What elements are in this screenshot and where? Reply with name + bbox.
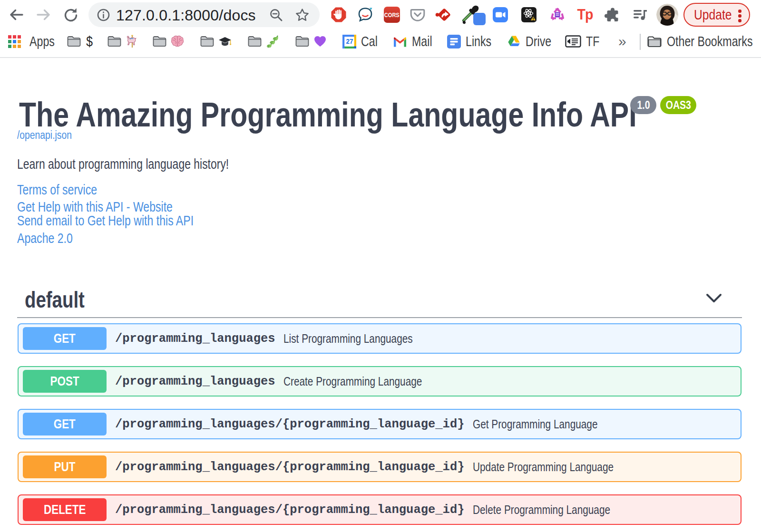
dollar-emblem: $ [86,34,93,49]
operation-path: /programming_languages/{programming_lang… [115,460,465,474]
calendar-label: Cal [361,34,378,49]
bookmark-gmail[interactable]: Mail [393,29,437,53]
method-badge-label: DELETE [44,502,86,517]
operation-path: /programming_languages/{programming_lang… [115,503,465,517]
bookmarks-divider [640,34,641,50]
zoom-out-icon[interactable] [269,8,283,22]
bookmark-folder-carousel[interactable] [107,29,139,53]
api-title: The Amazing Programming Language Info AP… [19,97,637,132]
tag-divider [17,317,742,318]
links-label: Links [466,34,491,49]
apps-label: Apps [29,34,55,49]
gmail-icon [393,36,407,47]
api-description: Learn about programming language history… [17,156,229,172]
cors-label: CORS [384,11,400,19]
reload-icon[interactable] [62,7,79,24]
bookmark-folder-favorites[interactable] [295,29,327,53]
update-label: Update [694,7,732,23]
browser-toolbar: 127.0.0.1:8000/docs [0,0,761,29]
tp-extension-icon[interactable]: Tp [576,6,594,23]
method-badge-label: PUT [54,459,76,474]
chat-bubble-extension-icon[interactable] [357,6,374,23]
folder-icon [107,35,122,48]
profile-avatar[interactable] [656,4,678,26]
oas3-badge-label: OAS3 [665,99,691,112]
react-devtools-extension-icon[interactable] [520,6,537,23]
url-text[interactable]: 127.0.0.1:8000/docs [116,7,256,24]
bookmark-folder-dollar[interactable]: $ [67,29,93,53]
method-badge-label: GET [54,416,76,432]
method-badge: DELETE [23,498,107,521]
oas3-badge: OAS3 [660,96,696,114]
apps-shortcut[interactable]: Apps [8,29,61,53]
tag-section-title[interactable]: default [25,287,85,313]
bookmark-star-icon[interactable] [295,8,310,22]
operation-row-put-update[interactable]: PUT /programming_languages/{programming_… [18,452,741,482]
operation-summary: Get Programming Language [473,417,597,432]
carousel-horse-icon [126,35,139,48]
recycle-extension-icon[interactable] [549,6,566,23]
bookmark-calendar[interactable]: 27 Cal [342,29,382,53]
swagger-docs-page: The Amazing Programming Language Info AP… [0,0,761,532]
chevrons-right-icon: » [618,33,626,49]
collapse-chevron-icon[interactable] [706,293,722,304]
method-badge: PUT [23,455,107,478]
operation-summary: Update Programming Language [473,460,614,474]
bookmark-tf[interactable]: TF [565,29,603,53]
bookmark-links[interactable]: Links [447,29,498,53]
playlist-extension-icon[interactable] [632,6,649,23]
address-bar[interactable]: 127.0.0.1:8000/docs [88,2,320,27]
operation-summary: Delete Programming Language [473,503,610,517]
red-diamond-extension-icon[interactable] [435,6,452,23]
method-badge-label: GET [54,331,76,346]
adblock-extension-icon[interactable] [330,6,347,23]
method-badge: POST [23,370,107,393]
bookmark-folder-brain[interactable] [152,29,184,53]
page-info-icon[interactable] [97,9,110,21]
tf-label: TF [586,34,599,49]
google-calendar-icon: 27 [342,35,356,48]
version-badge: 1.0 [630,96,656,114]
links-list-icon [447,35,461,48]
herb-icon [266,35,279,48]
method-badge: GET [23,413,107,435]
folder-icon [152,35,167,48]
zoom-extension-icon[interactable] [492,6,509,23]
bookmark-folder-education[interactable] [200,29,232,53]
license-link[interactable]: Apache 2.0 [17,230,73,246]
pocket-extension-icon[interactable] [409,6,426,23]
google-drive-icon [507,35,521,48]
operation-path: /programming_languages [115,332,275,346]
kebab-menu-icon[interactable] [738,10,741,22]
bookmark-drive[interactable]: Drive [507,29,558,53]
operation-path: /programming_languages/{programming_lang… [115,417,465,431]
graduation-cap-icon [218,35,232,48]
folder-icon [67,35,81,48]
other-bookmarks[interactable]: Other Bookmarks [647,29,761,53]
operation-summary: Create Programming Language [283,374,422,389]
operation-row-delete[interactable]: DELETE /programming_languages/{programmi… [18,494,741,525]
openapi-json-link[interactable]: /openapi.json [17,129,72,142]
announcement-card-icon [565,35,581,48]
browser-chrome: 127.0.0.1:8000/docs [0,0,761,58]
update-button[interactable]: Update [683,3,750,27]
operation-row-post-create[interactable]: POST /programming_languages Create Progr… [18,366,741,397]
bookmark-folder-herb[interactable] [247,29,279,53]
eyedropper-extension-icon[interactable] [461,6,486,23]
version-badge-label: 1.0 [637,99,650,112]
bookmarks-bar: Apps $ [0,29,761,57]
operation-row-get-one[interactable]: GET /programming_languages/{programming_… [18,409,741,439]
method-badge-label: POST [50,374,79,389]
extensions-puzzle-icon[interactable] [604,6,621,23]
bookmarks-overflow-chevron[interactable]: » [618,29,626,53]
cors-extension-icon[interactable]: CORS [383,6,400,23]
method-badge: GET [23,327,107,350]
back-icon[interactable] [8,6,25,23]
forward-icon[interactable] [35,6,52,23]
other-bookmarks-label: Other Bookmarks [667,34,753,49]
contact-email-link[interactable]: Send email to Get Help with this API [17,213,194,229]
drive-label: Drive [526,34,551,49]
folder-icon [200,35,215,48]
operation-row-get-list[interactable]: GET /programming_languages List Programm… [18,323,741,354]
terms-of-service-link[interactable]: Terms of service [17,182,97,198]
